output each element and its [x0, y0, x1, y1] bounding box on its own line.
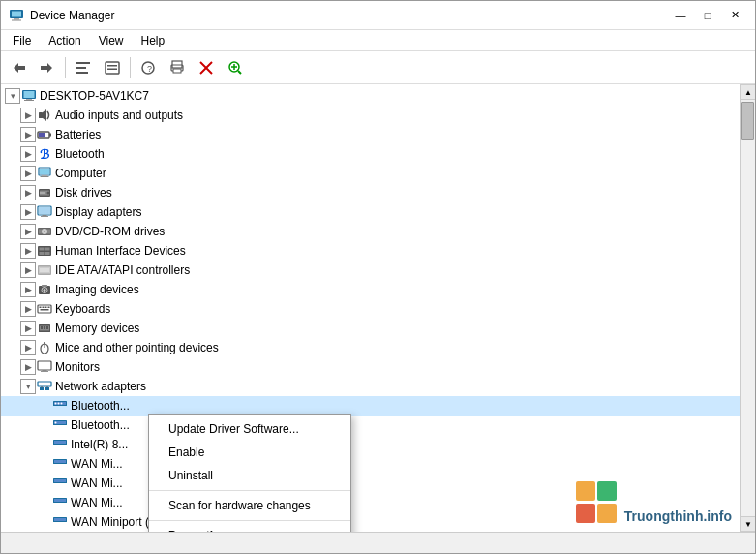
- wan-3-label: WAN Mi...: [71, 496, 123, 509]
- tree-item-keyboards[interactable]: ▶ Keyboards: [1, 299, 740, 319]
- ctx-uninstall[interactable]: Uninstall: [149, 464, 350, 487]
- tree-item-memory[interactable]: ▶ Memory devices: [1, 319, 740, 338]
- svg-marker-26: [43, 109, 46, 121]
- close-button[interactable]: ✕: [722, 6, 747, 25]
- imaging-icon: [37, 282, 52, 297]
- tree-root[interactable]: ▾ DESKTOP-5AV1KC7: [1, 86, 740, 106]
- tree-item-audio[interactable]: ▶ Audio inputs and outputs: [1, 106, 740, 125]
- svg-rect-4: [76, 62, 90, 64]
- tree-item-bluetooth-dev-2[interactable]: Bluetooth...: [1, 416, 740, 435]
- menu-file[interactable]: File: [5, 32, 39, 49]
- svg-text:ℬ: ℬ: [40, 147, 50, 161]
- monitor-icon: [37, 359, 52, 375]
- logo-cell-4: [597, 504, 617, 523]
- print-button[interactable]: [164, 55, 191, 80]
- svg-rect-62: [45, 307, 47, 309]
- keyboards-expand[interactable]: ▶: [20, 301, 36, 317]
- tree-item-computer[interactable]: ▶ Computer: [1, 164, 740, 183]
- menu-bar: File Action View Help: [1, 30, 755, 51]
- audio-icon: [37, 108, 52, 123]
- svg-point-72: [44, 342, 45, 344]
- mice-expand[interactable]: ▶: [20, 340, 36, 355]
- tree-item-network[interactable]: ▾ Network adapters: [1, 377, 740, 396]
- display-expand[interactable]: ▶: [20, 204, 36, 220]
- tree-item-wan-1[interactable]: WAN Mi...: [1, 454, 740, 474]
- wan-1-label: WAN Mi...: [71, 457, 123, 471]
- svg-rect-42: [41, 216, 48, 217]
- svg-point-84: [58, 403, 60, 405]
- no-expand-7: [36, 514, 51, 530]
- scrollbar[interactable]: ▲ ▼: [740, 84, 755, 532]
- hid-expand[interactable]: ▶: [20, 243, 36, 259]
- ide-expand[interactable]: ▶: [20, 262, 36, 278]
- tree-panel[interactable]: ▾ DESKTOP-5AV1KC7 ▶: [1, 84, 740, 532]
- menu-action[interactable]: Action: [41, 32, 88, 49]
- network-expand[interactable]: ▾: [20, 379, 36, 394]
- logo-cell-3: [576, 504, 595, 523]
- bluetooth-expand[interactable]: ▶: [20, 146, 36, 162]
- window-controls: — □ ✕: [668, 6, 747, 25]
- tree-item-dvd[interactable]: ▶ DVD/CD-ROM drives: [1, 222, 740, 241]
- svg-rect-14: [173, 69, 181, 73]
- computer-label: Computer: [55, 167, 106, 180]
- ctx-enable[interactable]: Enable: [149, 441, 350, 464]
- tree-item-bluetooth-dev-1[interactable]: Bluetooth...: [1, 396, 740, 416]
- tree-item-mice[interactable]: ▶ Mice and other pointing devices: [1, 338, 740, 357]
- tree-item-hid[interactable]: ▶ Human Interface Devices: [1, 241, 740, 261]
- audio-expand[interactable]: ▶: [20, 108, 36, 123]
- svg-rect-96: [54, 499, 66, 502]
- svg-rect-33: [42, 175, 47, 176]
- net-dev-2-icon: [52, 417, 68, 433]
- root-computer-icon: [21, 88, 37, 104]
- root-expand[interactable]: ▾: [5, 88, 20, 104]
- properties-button[interactable]: ?: [135, 55, 162, 80]
- bluetooth-dev-1-label: Bluetooth...: [71, 399, 130, 413]
- tree-view-button[interactable]: [70, 55, 97, 80]
- svg-rect-1: [12, 11, 21, 16]
- net-dev-6-icon: [52, 495, 68, 510]
- memory-icon: [37, 321, 52, 336]
- keyboard-icon: [37, 301, 52, 317]
- tree-item-imaging[interactable]: ▶ Imaging devices: [1, 280, 740, 299]
- scroll-track[interactable]: [741, 100, 755, 516]
- ctx-properties[interactable]: Properties: [149, 524, 350, 532]
- svg-rect-41: [43, 215, 47, 216]
- tree-item-bluetooth[interactable]: ▶ ℬ Bluetooth: [1, 144, 740, 164]
- menu-help[interactable]: Help: [134, 32, 173, 49]
- disk-expand[interactable]: ▶: [20, 185, 36, 200]
- maximize-button[interactable]: □: [695, 6, 720, 25]
- tree-item-disk[interactable]: ▶ Disk drives: [1, 183, 740, 202]
- mice-label: Mice and other pointing devices: [55, 341, 219, 354]
- minimize-button[interactable]: —: [668, 6, 693, 25]
- batteries-expand[interactable]: ▶: [20, 127, 36, 142]
- tree-item-display[interactable]: ▶ Display adapters: [1, 202, 740, 222]
- dvd-expand[interactable]: ▶: [20, 224, 36, 239]
- ctx-update-driver[interactable]: Update Driver Software...: [149, 417, 350, 441]
- svg-rect-75: [41, 371, 48, 372]
- ctx-scan[interactable]: Scan for hardware changes: [149, 494, 350, 517]
- menu-view[interactable]: View: [91, 32, 132, 49]
- svg-rect-48: [40, 248, 45, 251]
- no-expand-3: [36, 437, 51, 452]
- scroll-thumb[interactable]: [741, 102, 754, 140]
- delete-button[interactable]: [193, 55, 220, 80]
- back-button[interactable]: [5, 55, 32, 80]
- computer-expand[interactable]: ▶: [20, 166, 36, 181]
- tree-item-ide[interactable]: ▶ IDE ATA/ATAPI controllers: [1, 261, 740, 280]
- scan-button[interactable]: [222, 55, 249, 80]
- imaging-expand[interactable]: ▶: [20, 282, 36, 297]
- tree-item-intel[interactable]: Intel(R) 8...: [1, 435, 740, 454]
- keyboards-label: Keyboards: [55, 302, 110, 316]
- list-view-button[interactable]: [99, 55, 126, 80]
- scroll-down-arrow[interactable]: ▼: [741, 516, 755, 532]
- bluetooth-icon: ℬ: [37, 146, 52, 162]
- memory-expand[interactable]: ▶: [20, 321, 36, 336]
- forward-button[interactable]: [34, 55, 61, 80]
- ctx-sep-1: [149, 490, 350, 491]
- tree-item-monitors[interactable]: ▶ Monitors: [1, 357, 740, 377]
- tree-item-batteries[interactable]: ▶ Batteries: [1, 125, 740, 144]
- scroll-up-arrow[interactable]: ▲: [741, 84, 755, 100]
- monitors-expand[interactable]: ▶: [20, 359, 36, 375]
- svg-rect-63: [48, 307, 50, 309]
- svg-rect-98: [54, 518, 66, 521]
